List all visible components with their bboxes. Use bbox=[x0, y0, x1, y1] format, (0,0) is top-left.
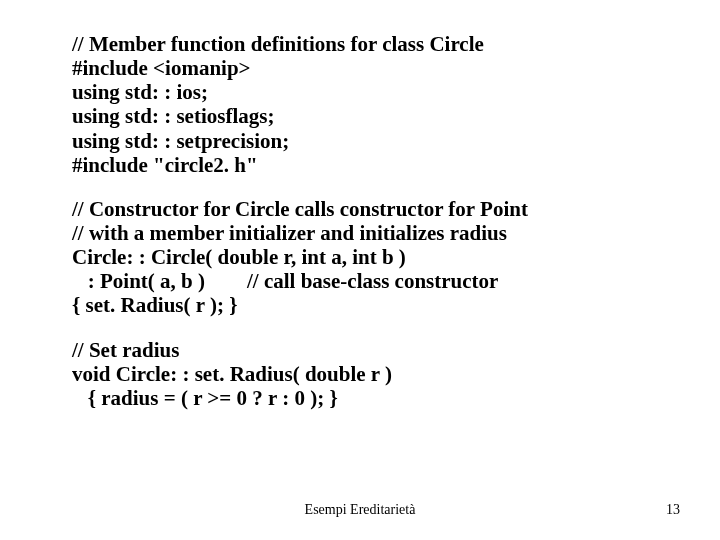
code-line: { set. Radius( r ); } bbox=[72, 293, 662, 317]
page-number: 13 bbox=[666, 502, 680, 518]
blank-line bbox=[72, 177, 662, 197]
code-line: void Circle: : set. Radius( double r ) bbox=[72, 362, 662, 386]
code-line: using std: : ios; bbox=[72, 80, 662, 104]
code-content: // Member function definitions for class… bbox=[72, 32, 662, 410]
code-line: // with a member initializer and initial… bbox=[72, 221, 662, 245]
code-line: { radius = ( r >= 0 ? r : 0 ); } bbox=[72, 386, 662, 410]
code-line: : Point( a, b ) // call base-class const… bbox=[72, 269, 662, 293]
code-line: Circle: : Circle( double r, int a, int b… bbox=[72, 245, 662, 269]
blank-line bbox=[72, 318, 662, 338]
footer-title: Esempi Ereditarietà bbox=[0, 502, 720, 518]
code-line: using std: : setprecision; bbox=[72, 129, 662, 153]
code-line: #include "circle2. h" bbox=[72, 153, 662, 177]
code-line: // Set radius bbox=[72, 338, 662, 362]
slide: // Member function definitions for class… bbox=[0, 0, 720, 540]
code-line: // Constructor for Circle calls construc… bbox=[72, 197, 662, 221]
code-line: #include <iomanip> bbox=[72, 56, 662, 80]
code-line: using std: : setiosflags; bbox=[72, 104, 662, 128]
code-line: // Member function definitions for class… bbox=[72, 32, 662, 56]
